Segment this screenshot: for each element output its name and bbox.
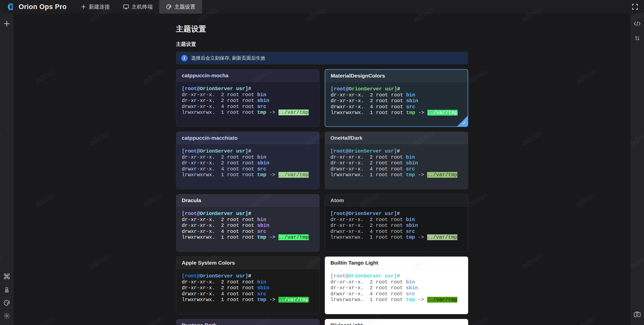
alert-text: 选择后会立刻保存, 刷新页面后生效 (191, 55, 266, 61)
terminal-prompt-line: [root@OrionServer usr]# (182, 86, 314, 92)
theme-card-title: catppuccin-mocha (176, 69, 319, 82)
right-sidebar (630, 14, 644, 325)
terminal-line: drwxr-xr-x. 4 root root src (182, 229, 314, 235)
theme-card-title: Apple System Colors (176, 257, 319, 269)
terminal-prompt-line: [root@OrionServer usr]# (182, 273, 314, 279)
code-snippets-button[interactable] (630, 17, 644, 30)
theme-card[interactable]: Dracula[root@OrionServer usr]#dr-xr-xr-x… (176, 194, 319, 252)
terminal-line: lrwxrwxrwx. 1 root root tmp -> ../var/tm… (182, 297, 314, 303)
tab-label: 新建连接 (89, 3, 110, 10)
theme-card[interactable]: Atom[root@OrionServer usr]#dr-xr-xr-x. 2… (325, 194, 468, 252)
theme-card[interactable]: Apple System Colors[root@OrionServer usr… (176, 257, 319, 314)
app-logo-icon (6, 2, 16, 12)
terminal-line: lrwxrwxrwx. 1 root root tmp -> ../var/tm… (182, 234, 314, 240)
tab-theme-settings[interactable]: 主题设置 (159, 0, 202, 14)
credentials-button[interactable] (0, 283, 14, 296)
tab-label: 主题设置 (174, 3, 195, 10)
check-icon: ✓ (462, 120, 466, 126)
fullscreen-icon[interactable] (629, 0, 640, 14)
stamp-icon (3, 286, 10, 293)
terminal-line: lrwxrwxrwx. 1 root root tmp -> ../var/tm… (331, 297, 462, 303)
terminal-prompt-line: [root@OrionServer usr]# (331, 211, 462, 217)
terminal-preview: [root@OrionServer usr]#dr-xr-xr-x. 2 roo… (176, 82, 319, 116)
command-icon: ⌘ (3, 273, 11, 280)
palette-icon (3, 299, 10, 306)
terminal-line: dr-xr-xr-x. 2 root root sbin (331, 285, 462, 291)
terminal-line: dr-xr-xr-x. 2 root root bin (331, 92, 462, 98)
palette-icon (166, 4, 172, 10)
theme-card-title: Dracula (176, 194, 319, 206)
terminal-line: dr-xr-xr-x. 2 root root bin (182, 154, 314, 160)
theme-button[interactable] (0, 296, 14, 309)
code-icon (633, 21, 641, 27)
terminal-preview: [root@OrionServer usr]#dr-xr-xr-x. 2 roo… (325, 206, 468, 240)
plus-icon (81, 4, 86, 10)
theme-card-title: BlulocoLight (325, 319, 468, 325)
terminal-line: dr-xr-xr-x. 2 root root bin (182, 279, 314, 285)
terminal-line: dr-xr-xr-x. 2 root root sbin (182, 160, 314, 166)
gear-icon (3, 312, 10, 319)
theme-card-title: Duotone Dark (176, 319, 319, 325)
terminal-prompt-line: [root@OrionServer usr]# (331, 86, 462, 92)
terminal-line: dr-xr-xr-x. 2 root root bin (182, 217, 314, 223)
app-window: Orion Ops Pro 新建连接 主机终端 (0, 0, 644, 325)
info-alert: i 选择后会立刻保存, 刷新页面后生效 (176, 52, 468, 64)
command-shortcuts-button[interactable]: ⌘ (0, 270, 14, 283)
main-area: 主题设置 主题设置 i 选择后会立刻保存, 刷新页面后生效 catppuccin… (14, 14, 630, 325)
tab-bar: 新建连接 主机终端 主 (74, 0, 202, 14)
terminal-line: lrwxrwxrwx. 1 root root tmp -> ../var/tm… (331, 172, 462, 178)
terminal-line: dr-xr-xr-x. 2 root root sbin (182, 285, 314, 291)
theme-card[interactable]: catppuccin-mocha[root@OrionServer usr]#d… (176, 69, 319, 127)
theme-card-title: OneHalfDark (325, 132, 468, 144)
theme-card[interactable]: Duotone Dark[root@OrionServer usr]#dr-xr… (176, 319, 319, 325)
tab-label: 主机终端 (132, 3, 153, 10)
theme-card[interactable]: MaterialDesignColors[root@OrionServer us… (325, 69, 468, 127)
theme-card[interactable]: Builtin Tango Light[root@OrionServer usr… (325, 257, 468, 314)
info-icon: i (181, 55, 188, 61)
terminal-line: drwxr-xr-x. 4 root root src (182, 104, 314, 110)
terminal-prompt-line: [root@OrionServer usr]# (331, 273, 462, 279)
theme-grid: catppuccin-mocha[root@OrionServer usr]#d… (176, 69, 468, 325)
left-sidebar: ⌘ (0, 14, 14, 325)
terminal-preview: [root@OrionServer usr]#dr-xr-xr-x. 2 roo… (176, 269, 319, 303)
terminal-prompt-line: [root@OrionServer usr]# (182, 211, 314, 217)
terminal-line: dr-xr-xr-x. 2 root root sbin (331, 223, 462, 229)
theme-card[interactable]: catppuccin-macchiato[root@OrionServer us… (176, 132, 319, 189)
terminal-line: drwxr-xr-x. 4 root root src (331, 291, 462, 297)
terminal-line: dr-xr-xr-x. 2 root root sbin (331, 160, 462, 166)
terminal-preview: [root@OrionServer usr]#dr-xr-xr-x. 2 roo… (176, 206, 319, 240)
tab-host-terminal[interactable]: 主机终端 (116, 0, 159, 14)
terminal-line: drwxr-xr-x. 4 root root src (331, 229, 462, 235)
settings-button[interactable] (0, 309, 14, 322)
top-bar: Orion Ops Pro 新建连接 主机终端 (0, 0, 644, 14)
terminal-line: dr-xr-xr-x. 2 root root sbin (182, 98, 314, 104)
terminal-monitor-icon (123, 4, 129, 10)
terminal-prompt-line: [root@OrionServer usr]# (182, 148, 314, 154)
terminal-line: lrwxrwxrwx. 1 root root tmp -> ../var/tm… (182, 172, 314, 178)
theme-card-title: Builtin Tango Light (325, 257, 468, 269)
terminal-line: lrwxrwxrwx. 1 root root tmp -> ../var/tm… (331, 110, 462, 116)
terminal-line: drwxr-xr-x. 4 root root src (331, 166, 462, 172)
theme-card[interactable]: OneHalfDark[root@OrionServer usr]#dr-xr-… (325, 132, 468, 189)
terminal-line: drwxr-xr-x. 4 root root src (331, 104, 462, 110)
swap-vertical-icon (634, 35, 640, 42)
terminal-prompt-line: [root@OrionServer usr]# (331, 148, 462, 154)
transfer-sort-button[interactable] (630, 32, 644, 45)
terminal-preview: [root@OrionServer usr]#dr-xr-xr-x. 2 roo… (325, 82, 468, 116)
screenshot-button[interactable] (630, 308, 644, 321)
theme-card-title: catppuccin-macchiato (176, 132, 319, 144)
page-title: 主题设置 (176, 24, 468, 34)
tab-new-connection[interactable]: 新建连接 (74, 0, 116, 14)
terminal-line: dr-xr-xr-x. 2 root root sbin (331, 98, 462, 104)
terminal-line: lrwxrwxrwx. 1 root root tmp -> ../var/tm… (182, 110, 314, 116)
app-title: Orion Ops Pro (19, 3, 67, 11)
theme-card-title: MaterialDesignColors (325, 70, 468, 82)
add-connection-button[interactable] (0, 17, 14, 30)
theme-card-title: Atom (325, 194, 468, 206)
terminal-preview: [root@OrionServer usr]#dr-xr-xr-x. 2 roo… (325, 269, 468, 303)
camera-icon (634, 311, 641, 317)
terminal-line: drwxr-xr-x. 4 root root src (182, 166, 314, 172)
section-title: 主题设置 (176, 41, 468, 48)
theme-card[interactable]: BlulocoLight[root@OrionServer usr]#dr-xr… (325, 319, 468, 325)
terminal-line: dr-xr-xr-x. 2 root root bin (331, 217, 462, 223)
